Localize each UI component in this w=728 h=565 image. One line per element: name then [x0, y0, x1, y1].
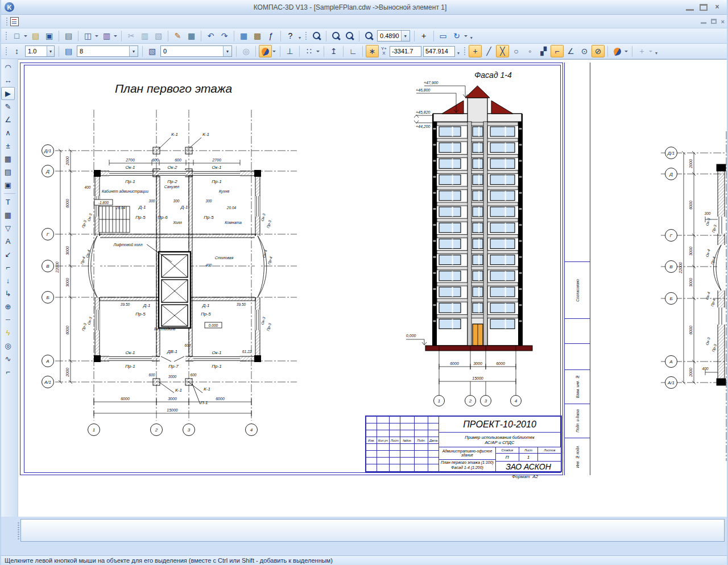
toolbar-grip[interactable]: [305, 31, 307, 40]
menu-item[interactable]: [51, 21, 60, 24]
menu-item[interactable]: [105, 21, 114, 24]
toolbar-grip[interactable]: [6, 17, 8, 26]
mdi-restore-button[interactable]: [711, 19, 717, 24]
tool-editing[interactable]: ✎: [1, 100, 15, 113]
tool-wavy-line[interactable]: ∿: [1, 352, 15, 365]
snap-grid-button[interactable]: ▞: [537, 45, 550, 57]
snap-midpoint-button[interactable]: ◦: [523, 45, 536, 57]
local-cs-button[interactable]: ↥: [327, 45, 340, 57]
mdi-minimize-button[interactable]: [701, 19, 706, 24]
tool-parametrization[interactable]: ∠: [1, 113, 15, 126]
tool-datum[interactable]: A: [1, 235, 15, 248]
paste-button[interactable]: ▧: [152, 30, 165, 42]
tool-designations[interactable]: ▶: [1, 87, 15, 100]
extra-button[interactable]: +: [635, 45, 648, 57]
tool-insert[interactable]: ▣: [1, 178, 15, 192]
zoom-plus-button[interactable]: [362, 30, 375, 42]
zoom-frame-button[interactable]: [329, 30, 342, 42]
tool-geometry[interactable]: ◠: [1, 61, 15, 74]
snaps-global-button[interactable]: [259, 45, 272, 57]
menu-item[interactable]: [114, 21, 123, 24]
print-button[interactable]: ▤: [62, 30, 75, 42]
mdi-close-button[interactable]: ×: [721, 18, 725, 25]
fx-button[interactable]: ƒ: [264, 30, 278, 42]
toolbar-grip[interactable]: [464, 47, 466, 56]
toolbar-overflow[interactable]: ▾: [655, 51, 657, 56]
zoom-scale-combo[interactable]: 0.4890▾: [377, 30, 410, 41]
toolbar-overflow[interactable]: ▾: [470, 35, 473, 40]
snap-tangent-button[interactable]: ⊘: [592, 45, 605, 57]
tool-center-mark[interactable]: ◎: [1, 339, 15, 352]
rebuild-button[interactable]: ↻: [450, 30, 464, 42]
variables-button[interactable]: ▩: [251, 30, 264, 42]
redo-button[interactable]: ↷: [218, 30, 231, 42]
coordinate-y-field[interactable]: 547.914: [423, 46, 455, 57]
snap-circle-button[interactable]: ○: [510, 45, 523, 57]
grid-button[interactable]: ∷: [303, 45, 316, 57]
toolbar-overflow[interactable]: ▾: [457, 51, 460, 56]
ortho-button[interactable]: ∟: [346, 45, 359, 57]
menu-item[interactable]: [42, 21, 51, 24]
tool-roughness[interactable]: ▽: [1, 222, 15, 235]
snap-nearest-button[interactable]: ⌐: [551, 45, 564, 57]
tool-text[interactable]: T: [1, 196, 15, 209]
perpendicular-button[interactable]: ⊥: [283, 45, 296, 57]
snap-line-button[interactable]: ╱: [482, 45, 495, 57]
spec-editor-button[interactable]: ▦: [185, 30, 198, 42]
restore-button[interactable]: [700, 4, 708, 11]
menu-item[interactable]: [60, 21, 69, 24]
cursor-step-combo[interactable]: 1.0▾: [25, 45, 55, 57]
copies-icon[interactable]: ▤: [62, 45, 75, 57]
layers-icon[interactable]: ▧: [146, 45, 159, 57]
undo-button[interactable]: ↶: [204, 30, 217, 42]
tool-break-line[interactable]: ⌐: [1, 365, 15, 379]
menu-item[interactable]: [23, 21, 32, 24]
zoom-in-out-button[interactable]: [343, 30, 356, 42]
menu-item[interactable]: [78, 21, 87, 24]
drawing-canvas[interactable]: План первого этажа Д/1 Д Г В Б А А/1 1 2: [18, 59, 727, 517]
cut-button[interactable]: ✂: [125, 30, 138, 42]
open-button[interactable]: ▤: [29, 30, 42, 42]
copy-button[interactable]: ▥: [138, 30, 151, 42]
property-bar[interactable]: [20, 519, 725, 542]
zoom-selected-button[interactable]: [310, 30, 323, 42]
layer-filter-button[interactable]: ◎: [239, 45, 253, 57]
tool-section-line[interactable]: ⌐: [1, 261, 15, 274]
snap-point-button[interactable]: +: [469, 45, 482, 57]
tool-dimensions[interactable]: ↔: [1, 74, 15, 87]
tool-mark-down[interactable]: ↓: [1, 274, 15, 287]
tool-specification[interactable]: ▦: [1, 152, 15, 165]
menu-item[interactable]: [87, 21, 96, 24]
coordinate-x-field[interactable]: -3341.7: [390, 46, 421, 57]
tool-circled-mark[interactable]: ⊕: [1, 300, 15, 313]
cursor-step-icon[interactable]: ↕: [10, 45, 23, 57]
snap-center-button[interactable]: ⊙: [578, 45, 591, 57]
property-bar-grip[interactable]: [18, 522, 19, 540]
tool-measure[interactable]: ∧: [1, 126, 15, 139]
menu-item[interactable]: [96, 21, 105, 24]
menu-item[interactable]: [32, 21, 42, 24]
new-document-button[interactable]: □: [10, 30, 23, 42]
layer-name-combo[interactable]: 0▾: [160, 45, 232, 57]
pan-button[interactable]: +: [417, 30, 431, 42]
minimize-button[interactable]: [686, 4, 694, 11]
help-object-button[interactable]: ?: [284, 30, 297, 42]
toolbar-overflow[interactable]: ▾: [299, 35, 301, 40]
copy-properties-button[interactable]: ✎: [171, 30, 184, 42]
show-document-button[interactable]: ▭: [437, 30, 450, 42]
snaps-local-button[interactable]: [611, 45, 624, 57]
layer-number-combo[interactable]: 8▾: [77, 45, 138, 57]
tool-mark-arrow[interactable]: ↳: [1, 287, 15, 300]
window-layout-button[interactable]: ▦: [237, 30, 250, 42]
tool-leader[interactable]: ↙: [1, 248, 15, 261]
tool-centerline[interactable]: ┄: [1, 313, 15, 326]
snap-intersection-button[interactable]: ╳: [496, 45, 509, 57]
tool-selection[interactable]: ±: [1, 139, 15, 152]
tool-quick-designation[interactable]: ϟ: [1, 326, 15, 339]
close-button[interactable]: ×: [713, 4, 721, 11]
roundoff-button[interactable]: ∗: [366, 45, 379, 57]
tool-table[interactable]: ▦: [1, 209, 15, 222]
menu-item[interactable]: [69, 21, 78, 24]
save-button[interactable]: ▣: [43, 30, 56, 42]
toolbar-grip[interactable]: [5, 31, 7, 40]
